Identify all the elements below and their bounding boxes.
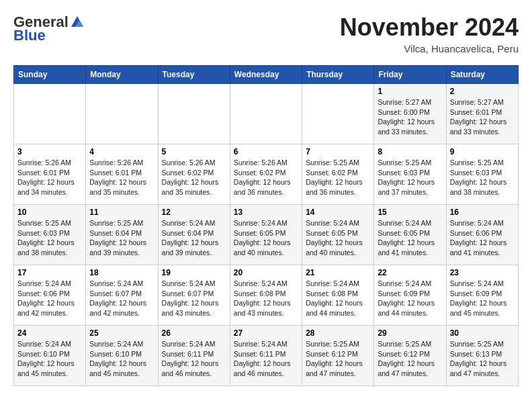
- day-number: 24: [17, 328, 82, 338]
- day-info: Sunrise: 5:24 AM Sunset: 6:05 PM Dayligh…: [234, 218, 298, 258]
- day-number: 5: [162, 147, 226, 156]
- calendar-day-cell: [14, 84, 86, 144]
- calendar-day-cell: 27Sunrise: 5:24 AM Sunset: 6:11 PM Dayli…: [230, 326, 302, 386]
- day-number: 22: [378, 268, 442, 277]
- month-title: November 2024: [340, 13, 519, 42]
- day-number: 17: [17, 268, 82, 277]
- day-number: 25: [89, 328, 154, 338]
- calendar-day-cell: 29Sunrise: 5:25 AM Sunset: 6:12 PM Dayli…: [374, 326, 446, 386]
- day-number: 14: [306, 208, 370, 217]
- calendar-day-cell: 22Sunrise: 5:24 AM Sunset: 6:09 PM Dayli…: [374, 265, 446, 326]
- calendar-week-row: 17Sunrise: 5:24 AM Sunset: 6:06 PM Dayli…: [14, 265, 519, 326]
- calendar-day-cell: 14Sunrise: 5:24 AM Sunset: 6:05 PM Dayli…: [302, 205, 374, 265]
- day-info: Sunrise: 5:24 AM Sunset: 6:05 PM Dayligh…: [306, 218, 370, 258]
- day-info: Sunrise: 5:25 AM Sunset: 6:03 PM Dayligh…: [378, 158, 442, 197]
- day-info: Sunrise: 5:24 AM Sunset: 6:07 PM Dayligh…: [162, 279, 226, 318]
- title-block: November 2024 Vilca, Huancavelica, Peru: [340, 13, 519, 54]
- calendar-day-cell: 24Sunrise: 5:24 AM Sunset: 6:10 PM Dayli…: [14, 326, 86, 386]
- day-info: Sunrise: 5:24 AM Sunset: 6:08 PM Dayligh…: [306, 279, 370, 318]
- calendar-day-cell: 13Sunrise: 5:24 AM Sunset: 6:05 PM Dayli…: [230, 205, 302, 265]
- day-number: 29: [378, 328, 442, 338]
- day-info: Sunrise: 5:25 AM Sunset: 6:12 PM Dayligh…: [378, 339, 442, 379]
- day-info: Sunrise: 5:25 AM Sunset: 6:02 PM Dayligh…: [306, 158, 370, 197]
- day-number: 27: [234, 328, 298, 338]
- calendar-day-cell: 17Sunrise: 5:24 AM Sunset: 6:06 PM Dayli…: [14, 265, 86, 326]
- day-info: Sunrise: 5:26 AM Sunset: 6:01 PM Dayligh…: [17, 158, 82, 197]
- calendar-week-row: 10Sunrise: 5:25 AM Sunset: 6:03 PM Dayli…: [14, 205, 519, 265]
- day-number: 11: [89, 208, 154, 217]
- calendar-day-cell: 19Sunrise: 5:24 AM Sunset: 6:07 PM Dayli…: [158, 265, 230, 326]
- day-number: 19: [162, 268, 226, 277]
- day-info: Sunrise: 5:24 AM Sunset: 6:11 PM Dayligh…: [162, 339, 226, 379]
- day-info: Sunrise: 5:26 AM Sunset: 6:02 PM Dayligh…: [234, 158, 298, 197]
- day-info: Sunrise: 5:25 AM Sunset: 6:13 PM Dayligh…: [450, 339, 515, 379]
- calendar-day-cell: 1Sunrise: 5:27 AM Sunset: 6:00 PM Daylig…: [374, 84, 446, 144]
- weekday-header: Thursday: [302, 66, 374, 84]
- day-number: 1: [378, 87, 442, 96]
- day-number: 13: [234, 208, 298, 217]
- day-info: Sunrise: 5:26 AM Sunset: 6:01 PM Dayligh…: [89, 158, 154, 197]
- day-info: Sunrise: 5:25 AM Sunset: 6:03 PM Dayligh…: [450, 158, 515, 197]
- calendar-day-cell: 25Sunrise: 5:24 AM Sunset: 6:10 PM Dayli…: [86, 326, 158, 386]
- day-info: Sunrise: 5:24 AM Sunset: 6:08 PM Dayligh…: [234, 279, 298, 318]
- location: Vilca, Huancavelica, Peru: [340, 43, 519, 54]
- calendar-day-cell: 26Sunrise: 5:24 AM Sunset: 6:11 PM Dayli…: [158, 326, 230, 386]
- calendar-day-cell: 15Sunrise: 5:24 AM Sunset: 6:05 PM Dayli…: [374, 205, 446, 265]
- calendar-table: SundayMondayTuesdayWednesdayThursdayFrid…: [13, 65, 519, 386]
- day-number: 20: [234, 268, 298, 277]
- day-info: Sunrise: 5:25 AM Sunset: 6:03 PM Dayligh…: [17, 218, 82, 258]
- page-header: General Blue November 2024 Vilca, Huanca…: [13, 13, 519, 54]
- calendar-day-cell: 3Sunrise: 5:26 AM Sunset: 6:01 PM Daylig…: [14, 144, 86, 205]
- day-info: Sunrise: 5:24 AM Sunset: 6:10 PM Dayligh…: [89, 339, 154, 379]
- day-info: Sunrise: 5:26 AM Sunset: 6:02 PM Dayligh…: [162, 158, 226, 197]
- day-number: 30: [450, 328, 515, 338]
- calendar-day-cell: 18Sunrise: 5:24 AM Sunset: 6:07 PM Dayli…: [86, 265, 158, 326]
- calendar-week-row: 24Sunrise: 5:24 AM Sunset: 6:10 PM Dayli…: [14, 326, 519, 386]
- day-info: Sunrise: 5:24 AM Sunset: 6:11 PM Dayligh…: [234, 339, 298, 379]
- calendar-week-row: 1Sunrise: 5:27 AM Sunset: 6:00 PM Daylig…: [14, 84, 519, 144]
- calendar-day-cell: [86, 84, 158, 144]
- day-number: 23: [450, 268, 515, 277]
- calendar-day-cell: 7Sunrise: 5:25 AM Sunset: 6:02 PM Daylig…: [302, 144, 374, 205]
- day-number: 6: [234, 147, 298, 156]
- day-info: Sunrise: 5:24 AM Sunset: 6:10 PM Dayligh…: [17, 339, 82, 379]
- calendar-day-cell: [230, 84, 302, 144]
- calendar-day-cell: 16Sunrise: 5:24 AM Sunset: 6:06 PM Dayli…: [446, 205, 518, 265]
- day-number: 15: [378, 208, 442, 217]
- day-info: Sunrise: 5:24 AM Sunset: 6:06 PM Dayligh…: [450, 218, 515, 258]
- weekday-header: Sunday: [14, 66, 86, 84]
- calendar-day-cell: 20Sunrise: 5:24 AM Sunset: 6:08 PM Dayli…: [230, 265, 302, 326]
- day-number: 7: [306, 147, 370, 156]
- logo: General Blue: [13, 13, 85, 44]
- calendar-day-cell: [302, 84, 374, 144]
- weekday-header: Saturday: [446, 66, 518, 84]
- day-number: 8: [378, 147, 442, 156]
- weekday-header: Wednesday: [230, 66, 302, 84]
- calendar-day-cell: 12Sunrise: 5:24 AM Sunset: 6:04 PM Dayli…: [158, 205, 230, 265]
- day-number: 26: [162, 328, 226, 338]
- day-number: 28: [306, 328, 370, 338]
- day-number: 16: [450, 208, 515, 217]
- calendar-day-cell: 2Sunrise: 5:27 AM Sunset: 6:01 PM Daylig…: [446, 84, 518, 144]
- calendar-day-cell: 4Sunrise: 5:26 AM Sunset: 6:01 PM Daylig…: [86, 144, 158, 205]
- day-info: Sunrise: 5:25 AM Sunset: 6:04 PM Dayligh…: [89, 218, 154, 258]
- day-info: Sunrise: 5:24 AM Sunset: 6:04 PM Dayligh…: [162, 218, 226, 258]
- calendar-day-cell: [158, 84, 230, 144]
- calendar-day-cell: 30Sunrise: 5:25 AM Sunset: 6:13 PM Dayli…: [446, 326, 518, 386]
- calendar-day-cell: 21Sunrise: 5:24 AM Sunset: 6:08 PM Dayli…: [302, 265, 374, 326]
- day-info: Sunrise: 5:24 AM Sunset: 6:09 PM Dayligh…: [450, 279, 515, 318]
- logo-icon: [70, 15, 85, 30]
- calendar-day-cell: 5Sunrise: 5:26 AM Sunset: 6:02 PM Daylig…: [158, 144, 230, 205]
- day-info: Sunrise: 5:25 AM Sunset: 6:12 PM Dayligh…: [306, 339, 370, 379]
- day-number: 18: [89, 268, 154, 277]
- calendar-day-cell: 28Sunrise: 5:25 AM Sunset: 6:12 PM Dayli…: [302, 326, 374, 386]
- day-number: 4: [89, 147, 154, 156]
- day-number: 10: [17, 208, 82, 217]
- day-number: 21: [306, 268, 370, 277]
- weekday-header: Friday: [374, 66, 446, 84]
- day-info: Sunrise: 5:24 AM Sunset: 6:05 PM Dayligh…: [378, 218, 442, 258]
- weekday-header: Tuesday: [158, 66, 230, 84]
- day-info: Sunrise: 5:27 AM Sunset: 6:00 PM Dayligh…: [378, 97, 442, 137]
- calendar-day-cell: 10Sunrise: 5:25 AM Sunset: 6:03 PM Dayli…: [14, 205, 86, 265]
- day-info: Sunrise: 5:27 AM Sunset: 6:01 PM Dayligh…: [450, 97, 515, 137]
